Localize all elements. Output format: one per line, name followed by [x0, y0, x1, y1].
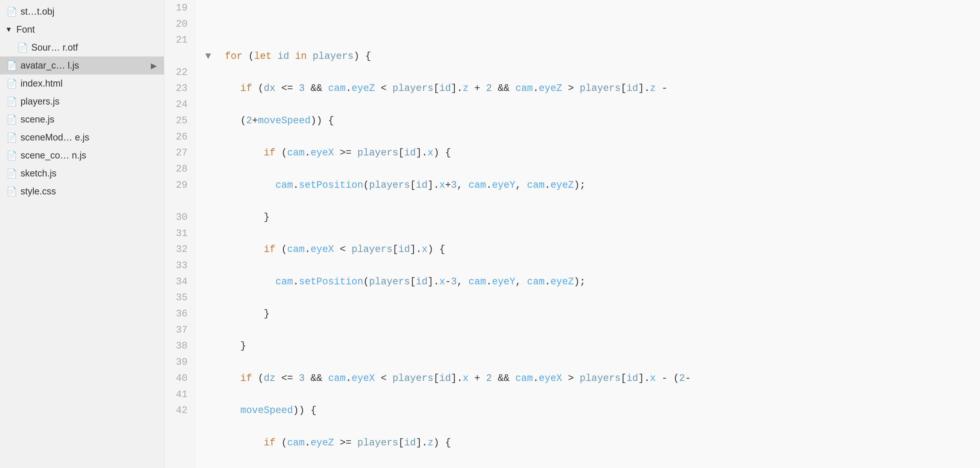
code-line-19: [205, 16, 980, 32]
sidebar-item-scenemodjs[interactable]: 📄 sceneMod… e.js: [0, 128, 164, 146]
sidebar-item-avatarjs[interactable]: 📄 avatar_c… l.js ▶: [0, 56, 164, 75]
sidebar-label-indexhtml: index.html: [21, 78, 63, 89]
sidebar-item-scenejs[interactable]: 📄 scene.js: [0, 110, 164, 128]
code-line-23: cam.setPosition(players[id].x+3, cam.eye…: [205, 177, 980, 193]
sidebar-group-font[interactable]: ▼ Font: [0, 21, 164, 38]
sidebar-label-scenejs: scene.js: [21, 114, 54, 125]
sidebar-label-playersjs: players.js: [21, 96, 59, 107]
file-icon: 📄: [7, 187, 16, 196]
file-icon: 📄: [7, 97, 16, 106]
code-line-28: }: [205, 338, 980, 354]
code-line-29: if (dz <= 3 && cam.eyeX < players[id].x …: [205, 371, 980, 387]
code-text[interactable]: ▼ for (let id in players) { if (dx <= 3 …: [195, 0, 980, 468]
code-line-24: }: [205, 209, 980, 225]
code-line-22: if (cam.eyeX >= players[id].x) {: [205, 145, 980, 161]
file-icon: 📄: [7, 79, 16, 88]
code-line-26: cam.setPosition(players[id].x-3, cam.eye…: [205, 274, 980, 290]
code-line-21b: (2+moveSpeed)) {: [205, 113, 980, 129]
file-icon: 📄: [7, 133, 16, 142]
file-icon: 📄: [7, 115, 16, 124]
sidebar-item-sceneconjs[interactable]: 📄 scene_co… n.js: [0, 146, 164, 165]
sidebar-label-stobj: st…t.obj: [21, 6, 54, 17]
sidebar-font-label: Font: [16, 24, 35, 35]
code-editor[interactable]: 19 20 21 22 23 24 25 26 27 28 29 30 31 3…: [164, 0, 980, 468]
file-icon: 📄: [7, 61, 16, 70]
code-area: 19 20 21 22 23 24 25 26 27 28 29 30 31 3…: [164, 0, 980, 468]
sidebar-item-playersjs[interactable]: 📄 players.js: [0, 93, 164, 110]
code-line-27: }: [205, 306, 980, 322]
file-icon: 📄: [18, 43, 27, 52]
code-line-31: cam.setPosition(cam.eyeX, cam.eyeY, play…: [205, 467, 980, 468]
sidebar-item-stobj[interactable]: 📄 st…t.obj: [0, 3, 164, 21]
file-icon: 📄: [7, 151, 16, 160]
sidebar-label-sceneconjs: scene_co… n.js: [21, 150, 86, 161]
file-icon: 📄: [7, 7, 16, 16]
code-line-30: if (cam.eyeZ >= players[id].z) {: [205, 435, 980, 451]
sidebar-item-sketchjs[interactable]: 📄 sketch.js: [0, 165, 164, 182]
code-line-21: if (dx <= 3 && cam.eyeZ < players[id].z …: [205, 80, 980, 97]
sidebar-label-stylecss: style.css: [21, 186, 56, 197]
sidebar: 📄 st…t.obj ▼ Font 📄 Sour… r.otf 📄 avatar…: [0, 0, 164, 468]
sidebar-item-sourotf[interactable]: 📄 Sour… r.otf: [0, 38, 164, 56]
chevron-right-icon: ▶: [151, 61, 157, 70]
sidebar-item-stylecss[interactable]: 📄 style.css: [0, 182, 164, 200]
chevron-down-icon: ▼: [5, 26, 12, 34]
code-line-20: ▼ for (let id in players) {: [205, 48, 980, 64]
sidebar-item-indexhtml[interactable]: 📄 index.html: [0, 75, 164, 93]
sidebar-label-scenemodjs: sceneMod… e.js: [21, 132, 89, 143]
code-line-29b: moveSpeed)) {: [205, 403, 980, 418]
sidebar-label-sketchjs: sketch.js: [21, 168, 56, 179]
sidebar-label-sourotf: Sour… r.otf: [31, 42, 78, 53]
file-icon: 📄: [7, 169, 16, 178]
code-line-25: if (cam.eyeX < players[id].x) {: [205, 241, 980, 258]
line-numbers: 19 20 21 22 23 24 25 26 27 28 29 30 31 3…: [164, 0, 195, 468]
sidebar-label-avatarjs: avatar_c… l.js: [21, 60, 79, 71]
